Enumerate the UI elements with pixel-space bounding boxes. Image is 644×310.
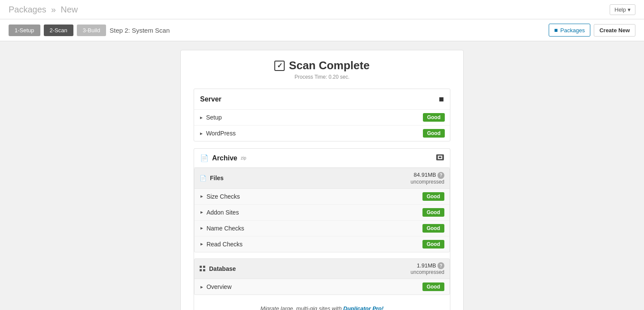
arrow-icon: ► [200,285,204,289]
process-time: Process Time: 0.20 sec. [194,74,450,80]
duplicator-pro-link[interactable]: Duplicator Pro! [343,305,384,310]
files-row-size-checks: ► Size Checks Good [194,189,450,205]
wizard-actions: ■ Packages Create New [549,24,635,37]
arrow-icon: ► [199,131,204,136]
server-section-header: Server ■ [194,89,450,110]
files-meta: 84.91MB ? uncompressed [410,172,444,185]
server-title: Server [200,95,222,103]
step1-button[interactable]: 1-Setup [9,25,40,36]
status-badge-setup: Good [423,113,445,122]
help-icon-database[interactable]: ? [437,262,444,269]
packages-icon: ■ [554,27,558,34]
files-subsection: 📄 Files 84.91MB ? uncompressed ► Si [194,168,450,252]
files-title: 📄 Files [200,175,224,181]
server-rows: ► Setup Good ► WordPress Good [194,110,450,141]
archive-section: 📄 Archive zip 📄 Files [194,148,450,310]
current-step-label: Step 2: System Scan [109,27,170,34]
status-badge-name-checks: Good [422,224,444,233]
scan-complete-title: ✓ Scan Complete [194,59,450,72]
server-toggle-icon: ■ [439,94,444,104]
step3-button[interactable]: 3-Build [77,25,106,36]
status-badge-overview: Good [422,282,444,291]
database-icon [200,266,206,272]
arrow-icon: ► [199,115,204,120]
status-badge-size-checks: Good [422,192,444,201]
checkmark-icon: ✓ [274,61,285,71]
wizard-header: 1-Setup 2-Scan 3-Build Step 2: System Sc… [0,19,644,41]
archive-file-icon: 📄 [200,154,209,162]
archive-section-header: 📄 Archive zip [194,149,450,168]
arrow-icon: ► [200,194,204,199]
breadcrumb-new: New [61,5,78,14]
database-title: Database [200,265,236,272]
scan-card: ✓ Scan Complete Process Time: 0.20 sec. … [180,50,464,310]
files-row-addon-sites: ► Addon Sites Good [194,205,450,221]
top-bar: Packages » New Help ▾ [0,0,644,19]
server-section: Server ■ ► Setup Good ► WordPress [194,89,450,141]
step2-button[interactable]: 2-Scan [44,25,73,36]
database-subsection-header: Database 1.91MB ? uncompressed [194,259,450,279]
files-rows: ► Size Checks Good ► Addon Sites Good [194,189,450,252]
database-meta: 1.91MB ? uncompressed [410,262,444,276]
help-icon-files[interactable]: ? [437,172,444,179]
create-new-button[interactable]: Create New [594,24,635,37]
files-row-name-checks: ► Name Checks Good [194,221,450,236]
status-badge-addon-sites: Good [422,208,444,217]
main-content: ✓ Scan Complete Process Time: 0.20 sec. … [0,41,644,310]
database-row-overview: ► Overview Good [194,279,450,295]
files-row-read-checks: ► Read Checks Good [194,236,450,252]
archive-title: 📄 Archive zip [200,154,246,162]
breadcrumb-packages: Packages [9,5,46,14]
files-icon: 📄 [200,175,207,181]
archive-toggle-icon [436,154,444,162]
database-subsection: Database 1.91MB ? uncompressed ► Overvie… [194,258,450,295]
database-rows: ► Overview Good [194,279,450,295]
packages-link[interactable]: ■ Packages [549,24,591,37]
server-row-wordpress: ► WordPress Good [194,126,450,141]
help-button[interactable]: Help ▾ [610,4,635,15]
promo-text: Migrate large, multi-gig sites with Dupl… [194,301,450,310]
arrow-icon: ► [200,210,204,215]
server-row-setup: ► Setup Good [194,110,450,126]
arrow-icon: ► [200,226,204,230]
status-badge-wordpress: Good [423,129,445,138]
files-subsection-header: 📄 Files 84.91MB ? uncompressed [194,168,450,189]
top-right-actions: Help ▾ [610,4,635,15]
page-title: Packages » New [9,5,78,15]
status-badge-read-checks: Good [422,240,444,249]
arrow-icon: ► [200,242,204,246]
